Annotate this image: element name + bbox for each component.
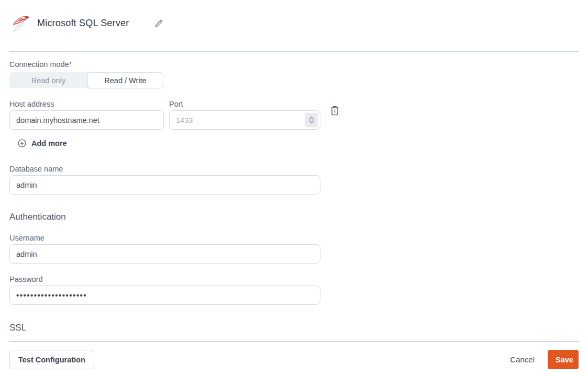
- password-label: Password: [9, 275, 579, 284]
- password-input[interactable]: [9, 286, 320, 305]
- port-input[interactable]: [169, 110, 320, 130]
- chevron-down-icon: [309, 120, 314, 123]
- header: Microsoft SQL Server: [0, 0, 588, 52]
- toggle-read-write[interactable]: Read / Write: [87, 72, 163, 88]
- toggle-read-only[interactable]: Read only: [9, 72, 87, 88]
- port-label: Port: [169, 99, 320, 109]
- add-more-button[interactable]: Add more: [18, 139, 67, 147]
- delete-host-button[interactable]: [329, 106, 340, 117]
- username-input[interactable]: [9, 244, 320, 264]
- connection-mode-toggle: Read only Read / Write: [9, 72, 163, 88]
- add-more-label: Add more: [31, 139, 67, 147]
- page-title: Microsoft SQL Server: [37, 18, 129, 29]
- edit-title-button[interactable]: [153, 18, 164, 28]
- pencil-icon: [154, 19, 163, 28]
- authentication-heading: Authentication: [9, 211, 579, 223]
- required-asterisk: *: [69, 60, 72, 69]
- plus-circle-icon: [18, 139, 26, 147]
- connection-form: Connection mode* Read only Read / Write …: [0, 60, 588, 334]
- sql-server-logo-icon: [12, 13, 30, 33]
- username-label: Username: [9, 233, 579, 243]
- host-address-label: Host address: [9, 99, 164, 109]
- header-divider: [9, 51, 579, 52]
- footer-bar: Test Configuration Cancel Save: [0, 341, 588, 376]
- chevron-up-icon: [309, 117, 314, 120]
- trash-icon: [330, 106, 339, 116]
- ssl-heading: SSL: [9, 322, 579, 334]
- host-address-input[interactable]: [9, 110, 164, 130]
- host-port-row: Host address Port: [9, 99, 579, 130]
- save-button[interactable]: Save: [548, 350, 579, 369]
- database-name-input[interactable]: [9, 175, 320, 195]
- cancel-button[interactable]: Cancel: [510, 355, 535, 364]
- connection-mode-label: Connection mode*: [9, 60, 579, 70]
- test-configuration-button[interactable]: Test Configuration: [9, 350, 94, 369]
- database-name-label: Database name: [9, 164, 579, 174]
- port-stepper[interactable]: [305, 113, 318, 127]
